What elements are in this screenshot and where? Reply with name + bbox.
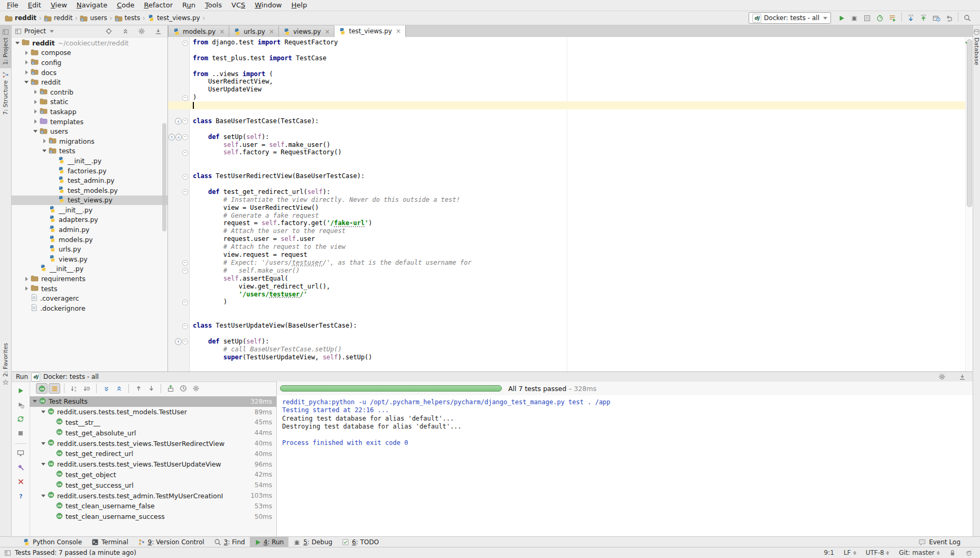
- fold-marker-icon[interactable]: −: [182, 268, 188, 274]
- chevron-expanded-icon[interactable]: [15, 40, 20, 45]
- tool-window-button-version-control[interactable]: 9: Version Control: [133, 537, 209, 547]
- shelve-button[interactable]: [930, 12, 942, 24]
- tool-strip-1-project[interactable]: 1: Project: [0, 25, 11, 68]
- fold-marker-icon[interactable]: −: [182, 189, 188, 195]
- rerun-failed-button[interactable]: [15, 414, 26, 424]
- menu-item-vcs[interactable]: VCS: [227, 0, 250, 11]
- hector-icon[interactable]: [965, 549, 973, 556]
- project-tree[interactable]: reddit~/cookiecutter/redditcomposeconfig…: [12, 37, 167, 371]
- chevron-collapsed-icon[interactable]: [33, 89, 38, 95]
- test-row-reddit-users-tests-test-admin-testmyusercreationi[interactable]: OKreddit.users.tests.test_admin.TestMyUs…: [30, 490, 276, 501]
- tree-item-users[interactable]: users: [12, 126, 167, 136]
- test-results-tree[interactable]: OKTest Results328msOKreddit.users.tests.…: [30, 395, 276, 537]
- chevron-collapsed-icon[interactable]: [33, 99, 38, 105]
- test-row-test-clean-username-success[interactable]: OKtest_clean_username_success50ms: [30, 512, 276, 522]
- chevron-collapsed-icon[interactable]: [24, 50, 29, 55]
- rerun-button[interactable]: [15, 385, 26, 396]
- fold-marker-icon[interactable]: −: [182, 300, 188, 305]
- tree-item-templates[interactable]: templates: [12, 117, 167, 127]
- tree-item-requirements[interactable]: requirements: [12, 274, 167, 284]
- tool-window-button-todo[interactable]: 6: TODO: [337, 537, 384, 547]
- fold-marker-icon[interactable]: −: [182, 260, 188, 266]
- tree-item-views-py[interactable]: views.py: [12, 254, 167, 264]
- test-row-test-get-object[interactable]: OKtest_get_object42ms: [30, 470, 276, 480]
- menu-item-code[interactable]: Code: [112, 0, 139, 11]
- stop-button[interactable]: [15, 428, 26, 439]
- vcs-update-button[interactable]: VCS: [904, 12, 917, 24]
- tree-item-factories-py[interactable]: factories.py: [12, 166, 167, 176]
- tree-item-coveragerc[interactable]: .coveragerc: [12, 293, 167, 303]
- run-button[interactable]: [835, 13, 848, 24]
- menu-item-navigate[interactable]: Navigate: [72, 0, 112, 11]
- breadcrumb-reddit[interactable]: reddit: [4, 14, 37, 22]
- tab-test-views-py[interactable]: test_views.py×: [334, 25, 406, 38]
- fold-marker-icon[interactable]: −: [182, 323, 188, 329]
- lock-icon[interactable]: [949, 549, 956, 556]
- collapse-small-button[interactable]: [119, 25, 132, 37]
- tree-item-urls-py[interactable]: urls.py: [12, 244, 167, 254]
- show-ignored-toggle[interactable]: [49, 383, 60, 394]
- debug-button[interactable]: [848, 13, 861, 24]
- tree-item-init-py[interactable]: __init__.py: [12, 205, 167, 215]
- code-area[interactable]: −from django.test import RequestFactoryf…: [168, 39, 973, 361]
- chevron-expanded-icon[interactable]: [40, 463, 46, 466]
- menu-item-refactor[interactable]: Refactor: [139, 0, 178, 11]
- override-up-icon[interactable]: ↑: [175, 338, 182, 345]
- close-tab-icon[interactable]: ×: [219, 28, 225, 35]
- tab-urls-py[interactable]: urls.py×: [229, 26, 279, 37]
- override-down-icon[interactable]: ↓: [175, 118, 182, 125]
- test-row-reddit-users-tests-test-models-testuser[interactable]: OKreddit.users.tests.test_models.TestUse…: [30, 407, 276, 417]
- menu-item-edit[interactable]: Edit: [23, 0, 46, 11]
- tree-item-reddit[interactable]: reddit: [12, 77, 167, 87]
- close-tab-icon[interactable]: ×: [324, 28, 330, 35]
- breadcrumb-users[interactable]: users: [79, 14, 107, 22]
- chevron-collapsed-icon[interactable]: [42, 138, 47, 144]
- breadcrumb-test-views-py[interactable]: test_views.py: [147, 14, 200, 22]
- menu-item-view[interactable]: View: [46, 0, 72, 11]
- editor[interactable]: −from django.test import RequestFactoryf…: [168, 37, 973, 371]
- status-widget-utf-8[interactable]: UTF-8: [866, 549, 890, 556]
- test-row-reddit-users-tests-test-views-testuserupdateview[interactable]: OKreddit.users.tests.test_views.TestUser…: [30, 459, 276, 470]
- export-button[interactable]: [165, 383, 176, 394]
- status-widget-git-master[interactable]: Git: master: [899, 549, 940, 556]
- chevron-expanded-icon[interactable]: [32, 400, 38, 403]
- tool-window-button-event-log[interactable]: Event Log: [913, 537, 965, 547]
- menu-item-help[interactable]: Help: [287, 0, 312, 11]
- tree-item-reddit[interactable]: reddit~/cookiecutter/reddit: [12, 38, 167, 48]
- coverage-button[interactable]: [861, 13, 873, 24]
- tree-item-docs[interactable]: docs: [12, 68, 167, 78]
- menu-item-file[interactable]: File: [2, 0, 23, 11]
- next-button[interactable]: [145, 383, 157, 394]
- tree-item-compose[interactable]: compose: [12, 48, 167, 58]
- tool-strip-7-structure[interactable]: 7: Structure: [0, 68, 11, 118]
- hide-button[interactable]: [956, 371, 968, 383]
- tab-views-py[interactable]: views.py×: [279, 26, 334, 37]
- chevron-collapsed-icon[interactable]: [24, 60, 29, 65]
- fold-marker-icon[interactable]: −: [182, 150, 188, 156]
- tree-item-test-models-py[interactable]: test_models.py: [12, 185, 167, 196]
- close-tab-icon[interactable]: ×: [269, 28, 274, 35]
- project-scrollbar[interactable]: [162, 123, 166, 231]
- tree-item-test-admin-py[interactable]: test_admin.py: [12, 175, 167, 185]
- chevron-collapsed-icon[interactable]: [24, 276, 29, 282]
- tool-window-switcher-icon[interactable]: [4, 550, 11, 556]
- tab-models-py[interactable]: models.py×: [168, 26, 229, 37]
- tree-item-admin-py[interactable]: admin.py: [12, 225, 167, 235]
- show-passed-toggle[interactable]: OK: [36, 383, 48, 394]
- close-button[interactable]: [15, 476, 26, 487]
- tool-window-button-terminal[interactable]: Terminal: [87, 537, 133, 547]
- previous-button[interactable]: [133, 383, 144, 394]
- hide-button[interactable]: [152, 25, 164, 37]
- override-up-icon[interactable]: ↑: [169, 134, 175, 141]
- locate-button[interactable]: [102, 25, 115, 37]
- fold-marker-icon[interactable]: −: [182, 134, 188, 140]
- run-config-select[interactable]: dj Docker: tests - all: [749, 12, 831, 24]
- tool-strip-database[interactable]: Database: [973, 25, 980, 69]
- editor-scrollbar[interactable]: [967, 39, 972, 207]
- tree-item-init-py[interactable]: __init__.py: [12, 156, 167, 166]
- test-row-test-results[interactable]: OKTest Results328ms: [30, 396, 276, 407]
- tool-window-button-run[interactable]: 4: Run: [250, 537, 289, 547]
- breadcrumb-tests[interactable]: tests: [114, 14, 141, 22]
- run-console[interactable]: All 7 tests passed – 328ms reddit_pycha:…: [277, 382, 973, 537]
- fold-marker-icon[interactable]: −: [182, 174, 188, 180]
